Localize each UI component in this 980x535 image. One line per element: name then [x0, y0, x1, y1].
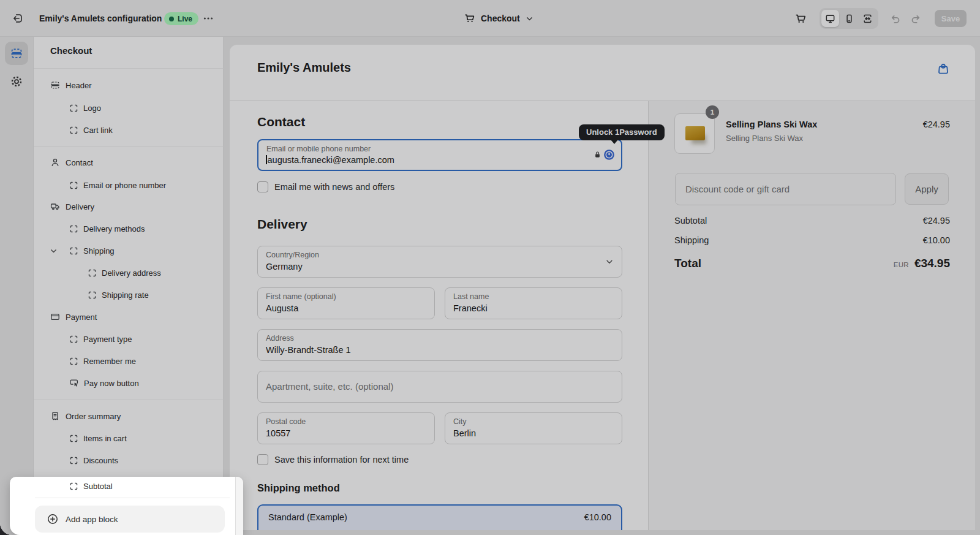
divider [35, 498, 230, 498]
plus-circle-icon [47, 514, 58, 525]
block-icon [69, 482, 78, 491]
dim-overlay [0, 0, 980, 535]
add-app-block-button[interactable]: Add app block [35, 506, 225, 533]
spotlight-sheet: Subtotal Add app block [10, 477, 243, 535]
checkout-editor-window: Emily's Amulets configuration Live Check… [0, 0, 980, 535]
sidebar-item-subtotal[interactable]: Subtotal [10, 477, 230, 495]
sheet-edge-strip [235, 477, 243, 535]
